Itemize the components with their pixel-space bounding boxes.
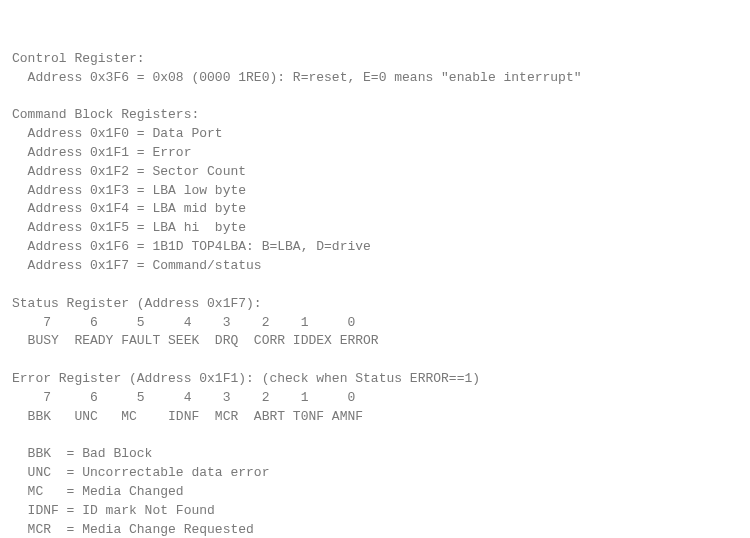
line: Address 0x1F3 = LBA low byte — [12, 183, 246, 198]
line: Address 0x1F6 = 1B1D TOP4LBA: B=LBA, D=d… — [12, 239, 371, 254]
line: Status Register (Address 0x1F7): — [12, 296, 262, 311]
line: MCR = Media Change Requested — [12, 522, 254, 537]
line: Address 0x3F6 = 0x08 (0000 1RE0): R=rese… — [12, 70, 582, 85]
line: Control Register: — [12, 51, 145, 66]
line: BBK = Bad Block — [12, 446, 152, 461]
register-documentation-text: Control Register: Address 0x3F6 = 0x08 (… — [12, 50, 738, 538]
line: UNC = Uncorrectable data error — [12, 465, 269, 480]
line: Address 0x1F1 = Error — [12, 145, 191, 160]
line: IDNF = ID mark Not Found — [12, 503, 215, 518]
line: Address 0x1F4 = LBA mid byte — [12, 201, 246, 216]
line: Address 0x1F7 = Command/status — [12, 258, 262, 273]
line: Command Block Registers: — [12, 107, 199, 122]
line: MC = Media Changed — [12, 484, 184, 499]
line: Address 0x1F5 = LBA hi byte — [12, 220, 246, 235]
line: Address 0x1F2 = Sector Count — [12, 164, 246, 179]
line: BBK UNC MC IDNF MCR ABRT T0NF AMNF — [12, 409, 363, 424]
line: BUSY READY FAULT SEEK DRQ CORR IDDEX ERR… — [12, 333, 379, 348]
line: 7 6 5 4 3 2 1 0 — [12, 390, 355, 405]
line: Address 0x1F0 = Data Port — [12, 126, 223, 141]
line: 7 6 5 4 3 2 1 0 — [12, 315, 355, 330]
line: Error Register (Address 0x1F1): (check w… — [12, 371, 480, 386]
